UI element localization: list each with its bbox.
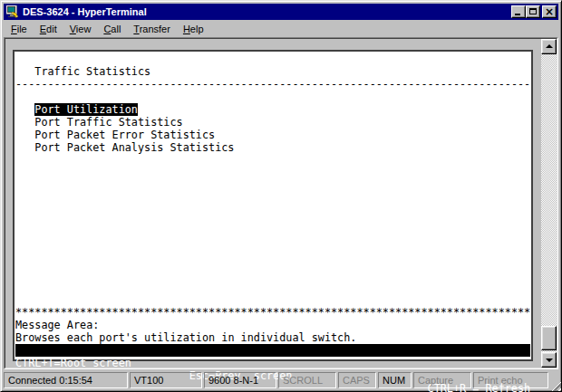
status-connected: Connected 0:15:54 xyxy=(4,372,128,388)
terminal-hotkey-bar: CTRL+T=Root screen Esc=Prev. screen CTRL… xyxy=(15,344,530,357)
blank-line xyxy=(15,293,530,306)
hyperterminal-window: DES-3624 - HyperTerminal × File Edit Vie… xyxy=(0,0,562,392)
maximize-icon xyxy=(529,8,537,14)
vertical-scrollbar[interactable] xyxy=(541,39,557,368)
message-text: Browses each port's utilization in indiv… xyxy=(15,331,530,344)
maximize-button[interactable] xyxy=(526,5,540,18)
terminal-menu-item-port-traffic-statistics[interactable]: Port Traffic Statistics xyxy=(15,116,530,129)
hotkey-root-screen: CTRL+T=Root screen xyxy=(15,357,131,369)
menu-help[interactable]: Help xyxy=(177,22,210,37)
statusbar: Connected 0:15:54 VT100 9600 8-N-1 SCROL… xyxy=(4,370,558,388)
terminal-screen: Traffic Statistics ---------------------… xyxy=(13,50,533,361)
terminal-heading: Traffic Statistics xyxy=(15,65,530,78)
blank-line xyxy=(15,230,530,243)
menu-file[interactable]: File xyxy=(5,22,34,37)
blank-line xyxy=(15,154,530,167)
menu-view[interactable]: View xyxy=(63,22,98,37)
separator-line: ----------------------------------------… xyxy=(15,78,530,91)
blank-line xyxy=(15,243,530,255)
menu-call[interactable]: Call xyxy=(97,22,127,37)
blank-line xyxy=(15,217,530,230)
arrow-up-icon xyxy=(546,44,553,48)
status-baud: 9600 8-N-1 xyxy=(204,372,276,388)
close-button[interactable]: × xyxy=(542,5,557,18)
scrollbar-thumb[interactable] xyxy=(541,326,557,350)
blank-line xyxy=(15,91,530,103)
footer-separator-line: ****************************************… xyxy=(15,306,530,319)
client-inner: Traffic Statistics ---------------------… xyxy=(5,38,557,368)
scroll-up-button[interactable] xyxy=(541,39,557,54)
titlebar[interactable]: DES-3624 - HyperTerminal × xyxy=(4,4,558,20)
terminal-menu-item-port-packet-error-statistics[interactable]: Port Packet Error Statistics xyxy=(15,129,530,141)
terminal-viewport: Traffic Statistics ---------------------… xyxy=(13,50,533,361)
menubar: File Edit View Call Transfer Help xyxy=(4,21,558,37)
blank-line xyxy=(15,179,530,192)
terminal-menu-item-port-packet-analysis-statistics[interactable]: Port Packet Analysis Statistics xyxy=(15,141,530,154)
client-area: Traffic Statistics ---------------------… xyxy=(4,37,558,369)
status-caps-lock: CAPS xyxy=(338,372,376,388)
terminal-menu-item-port-utilization[interactable]: Port Utilization xyxy=(34,103,138,116)
status-emulation: VT100 xyxy=(130,372,202,388)
arrow-down-icon xyxy=(546,359,553,362)
status-capture: Capture xyxy=(413,372,471,388)
hyperterminal-icon xyxy=(5,5,20,19)
blank-line xyxy=(15,192,530,205)
scroll-down-button[interactable] xyxy=(541,352,557,368)
minimize-icon xyxy=(515,14,520,15)
menu-transfer[interactable]: Transfer xyxy=(127,22,177,37)
blank-line xyxy=(15,268,530,281)
status-scroll-lock: SCROLL xyxy=(278,372,336,388)
blank-line xyxy=(15,205,530,217)
menu-edit[interactable]: Edit xyxy=(34,22,63,37)
message-area-label: Message Area: xyxy=(15,319,530,331)
window-title: DES-3624 - HyperTerminal xyxy=(23,6,511,17)
minimize-button[interactable] xyxy=(511,5,526,18)
close-icon: × xyxy=(543,6,556,17)
blank-line xyxy=(15,255,530,268)
blank-line xyxy=(15,53,530,65)
menu-row: Port Utilization xyxy=(15,103,530,116)
blank-line xyxy=(15,281,530,293)
status-print-echo: Print echo xyxy=(473,372,548,388)
blank-line xyxy=(15,167,530,179)
status-num-lock: NUM xyxy=(378,372,412,388)
